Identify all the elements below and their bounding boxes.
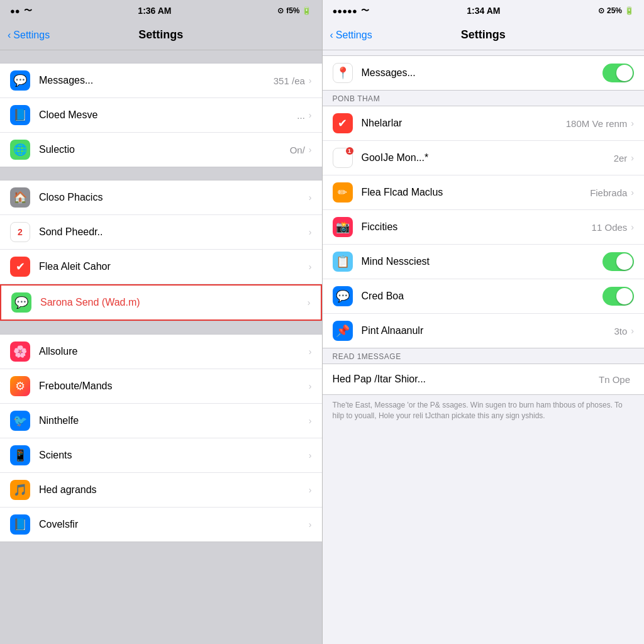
left-ninthelfe-icon: 🐦 bbox=[10, 411, 30, 431]
right-bottom-section: Hed Pap /Itar Shior... Tn Ope bbox=[323, 364, 645, 395]
right-status-left: ●●●●● 〜 bbox=[333, 5, 369, 16]
left-item-closo[interactable]: 🏠 Closo Phacics › bbox=[0, 180, 322, 215]
right-pint-label: Pint Alnaanulr bbox=[362, 325, 614, 336]
left-item-scients[interactable]: 📱 Scients › bbox=[0, 438, 322, 473]
left-closo-label: Closo Phacics bbox=[39, 192, 309, 203]
left-cloed-chevron: › bbox=[309, 110, 312, 120]
right-item-nhelarlar[interactable]: ✔ Nhelarlar 180M Ve renm › bbox=[323, 106, 645, 141]
left-panel: ●● 〜 1:36 AM ⊙ f5% 🔋 ‹ Settings Settings… bbox=[0, 0, 322, 644]
left-allsolure-label: Allsolure bbox=[39, 346, 309, 357]
right-back-button[interactable]: ‹ Settings bbox=[330, 30, 372, 41]
left-back-button[interactable]: ‹ Settings bbox=[8, 30, 50, 41]
left-messages-value: 351 /ea bbox=[274, 75, 305, 86]
left-nav-title: Settings bbox=[138, 28, 183, 42]
right-back-label: Settings bbox=[336, 30, 372, 41]
right-item-flea-flcad[interactable]: ✏ Flea Flcad Maclus Fiebrada › bbox=[323, 175, 645, 210]
left-messages-icon: 💬 bbox=[10, 70, 30, 91]
right-cred-boa-label: Cred Boa bbox=[362, 291, 603, 302]
right-hed-pap-label: Hed Pap /Itar Shior... bbox=[333, 374, 599, 385]
right-top-section: 📍 Messages... bbox=[323, 55, 645, 91]
right-pint-icon: 📌 bbox=[333, 321, 353, 341]
left-sond-icon: 2 bbox=[10, 222, 30, 242]
left-battery-graphic: 🔋 bbox=[302, 6, 311, 15]
right-mid-section: ✔ Nhelarlar 180M Ve renm › 🗺 1 GooIJe Mo… bbox=[323, 106, 645, 348]
left-item-hed-agrands[interactable]: 🎵 Hed agrands › bbox=[0, 473, 322, 508]
right-flea-flcad-chevron: › bbox=[631, 187, 634, 197]
left-status-left: ●● 〜 bbox=[10, 5, 32, 16]
right-item-ficcities[interactable]: 📸 Ficcities 11 Odes › bbox=[323, 210, 645, 245]
left-wifi-signal: 〜 bbox=[24, 5, 32, 16]
left-messages-label: Messages... bbox=[39, 75, 274, 86]
right-settings-list: 📍 Messages... PONB THAM ✔ Nhelarlar 180M… bbox=[323, 50, 645, 644]
right-messages-toggle[interactable] bbox=[602, 64, 634, 82]
left-allsolure-chevron: › bbox=[309, 347, 312, 357]
right-messages-icon: 📍 bbox=[333, 63, 353, 83]
left-item-cloed[interactable]: 📘 Cloed Mesve ... › bbox=[0, 98, 322, 133]
left-item-freboute[interactable]: ⚙ Freboute/Mands › bbox=[0, 369, 322, 404]
right-ficcities-chevron: › bbox=[631, 222, 634, 232]
right-goolfe-label: GooIJe Mon...* bbox=[362, 152, 614, 164]
right-mind-toggle[interactable] bbox=[602, 252, 634, 271]
right-item-goolfe[interactable]: 🗺 1 GooIJe Mon...* 2er › bbox=[323, 141, 645, 175]
left-item-sulectio[interactable]: 🌐 Sulectio On/ › bbox=[0, 133, 322, 167]
right-dots: ●●●●● bbox=[333, 6, 357, 16]
left-cloed-value: ... bbox=[297, 110, 305, 121]
right-item-hed-pap[interactable]: Hed Pap /Itar Shior... Tn Ope bbox=[323, 364, 645, 394]
left-item-allsolure[interactable]: 🌸 Allsolure › bbox=[0, 335, 322, 369]
right-item-cred-boa[interactable]: 💬 Cred Boa bbox=[323, 279, 645, 314]
right-ficcities-value: 11 Odes bbox=[592, 222, 628, 233]
right-item-messages[interactable]: 📍 Messages... bbox=[323, 56, 645, 90]
right-item-pint[interactable]: 📌 Pint Alnaanulr 3to › bbox=[323, 314, 645, 348]
right-time: 1:34 AM bbox=[467, 6, 500, 16]
left-sulectio-value: On/ bbox=[290, 145, 305, 155]
left-time: 1:36 AM bbox=[138, 6, 171, 16]
right-goolfe-value: 2er bbox=[614, 153, 628, 164]
left-messages-chevron: › bbox=[309, 75, 312, 86]
right-status-bar: ●●●●● 〜 1:34 AM ⊙ 25% 🔋 bbox=[323, 0, 645, 20]
right-section2-header: Read 1Message bbox=[323, 348, 645, 364]
left-item-sond[interactable]: 2 Sond Pheedr.. › bbox=[0, 215, 322, 250]
right-wifi-icon: 〜 bbox=[361, 5, 369, 16]
left-freboute-label: Freboute/Mands bbox=[39, 380, 309, 392]
left-back-chevron: ‹ bbox=[8, 30, 11, 41]
left-sond-chevron: › bbox=[309, 227, 312, 237]
left-section-2: 🏠 Closo Phacics › 2 Sond Pheedr.. › ✔ Fl… bbox=[0, 180, 322, 321]
left-ninthelfe-chevron: › bbox=[309, 416, 312, 426]
left-cloed-icon: 📘 bbox=[10, 105, 30, 125]
right-ficcities-label: Ficcities bbox=[362, 221, 592, 233]
left-scients-label: Scients bbox=[39, 450, 309, 461]
right-nhelarlar-chevron: › bbox=[631, 118, 634, 128]
left-covelsfir-chevron: › bbox=[309, 519, 312, 530]
left-sarona-label: Sarona Send (Wad.m) bbox=[40, 297, 308, 308]
left-back-label: Settings bbox=[13, 30, 50, 41]
left-hed-agrands-icon: 🎵 bbox=[10, 480, 30, 500]
right-mind-label: Mind Nessciest bbox=[362, 256, 603, 267]
left-sarona-icon: 💬 bbox=[11, 292, 31, 313]
left-item-flea[interactable]: ✔ Flea Aleit Cahor › bbox=[0, 250, 322, 284]
left-sulectio-icon: 🌐 bbox=[10, 140, 30, 160]
left-item-covelsfir[interactable]: 📘 Covelsfir › bbox=[0, 508, 322, 541]
left-section-3: 🌸 Allsolure › ⚙ Freboute/Mands › 🐦 Ninth… bbox=[0, 334, 322, 542]
left-item-sarona[interactable]: 💬 Sarona Send (Wad.m) › bbox=[0, 284, 322, 321]
right-pint-value: 3to bbox=[614, 326, 627, 336]
right-item-mind[interactable]: 📋 Mind Nessciest bbox=[323, 245, 645, 279]
right-flea-flcad-label: Flea Flcad Maclus bbox=[362, 187, 591, 198]
right-pint-chevron: › bbox=[631, 326, 634, 336]
left-scients-icon: 📱 bbox=[10, 445, 30, 465]
right-status-right: ⊙ 25% 🔋 bbox=[598, 6, 634, 15]
right-goolfe-icon: 🗺 1 bbox=[333, 148, 353, 168]
right-footer: The'te East, Message 'or the P& ssages. … bbox=[323, 395, 645, 426]
right-nhelarlar-value: 180M Ve renm bbox=[566, 118, 628, 129]
right-lock-icon: ⊙ bbox=[598, 6, 604, 15]
left-sarona-chevron: › bbox=[308, 297, 311, 308]
right-cred-boa-icon: 💬 bbox=[333, 286, 353, 306]
left-freboute-icon: ⚙ bbox=[10, 376, 30, 396]
right-messages-label: Messages... bbox=[362, 67, 603, 79]
left-hed-agrands-label: Hed agrands bbox=[39, 484, 309, 496]
right-back-chevron: ‹ bbox=[330, 30, 333, 41]
right-nav-bar: ‹ Settings Settings bbox=[323, 20, 645, 50]
right-battery-percent: 25% bbox=[607, 6, 622, 15]
left-item-ninthelfe[interactable]: 🐦 Ninthelfe › bbox=[0, 404, 322, 438]
right-cred-boa-toggle[interactable] bbox=[602, 287, 634, 306]
left-item-messages[interactable]: 💬 Messages... 351 /ea › bbox=[0, 64, 322, 98]
